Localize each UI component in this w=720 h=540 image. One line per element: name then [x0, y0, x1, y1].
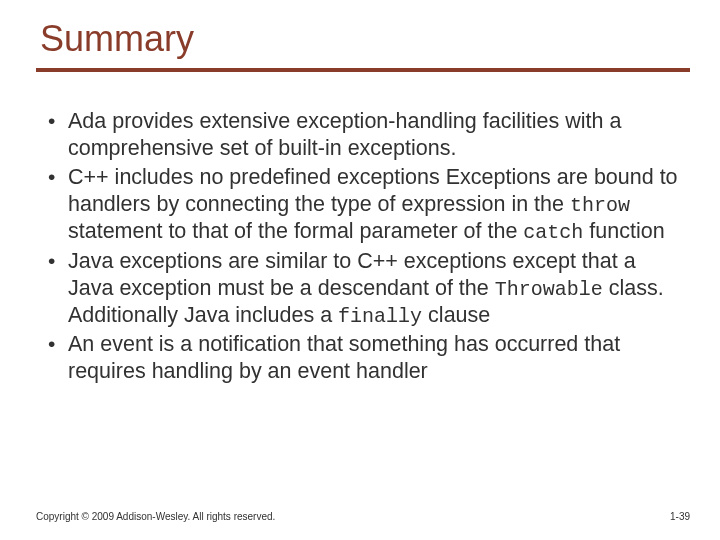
code-text: finally — [338, 305, 422, 328]
body-text: An event is a notification that somethin… — [68, 332, 620, 383]
footer: Copyright © 2009 Addison-Wesley. All rig… — [36, 511, 690, 522]
list-item: Ada provides extensive exception-handlin… — [46, 108, 682, 162]
body-text: function — [583, 219, 664, 243]
copyright-text: Copyright © 2009 Addison-Wesley. All rig… — [36, 511, 275, 522]
list-item: C++ includes no predefined exceptions Ex… — [46, 164, 682, 245]
code-text: catch — [523, 221, 583, 244]
page-title: Summary — [40, 18, 690, 60]
bullet-list: Ada provides extensive exception-handlin… — [36, 108, 690, 385]
code-text: Throwable — [495, 278, 603, 301]
body-text: statement to that of the formal paramete… — [68, 219, 523, 243]
body-text: Ada provides extensive exception-handlin… — [68, 109, 621, 160]
slide: Summary Ada provides extensive exception… — [0, 0, 720, 540]
code-text: throw — [570, 194, 630, 217]
page-number: 1-39 — [670, 511, 690, 522]
body-text: clause — [422, 303, 490, 327]
title-rule — [36, 68, 690, 72]
list-item: An event is a notification that somethin… — [46, 331, 682, 385]
list-item: Java exceptions are similar to C++ excep… — [46, 248, 682, 329]
